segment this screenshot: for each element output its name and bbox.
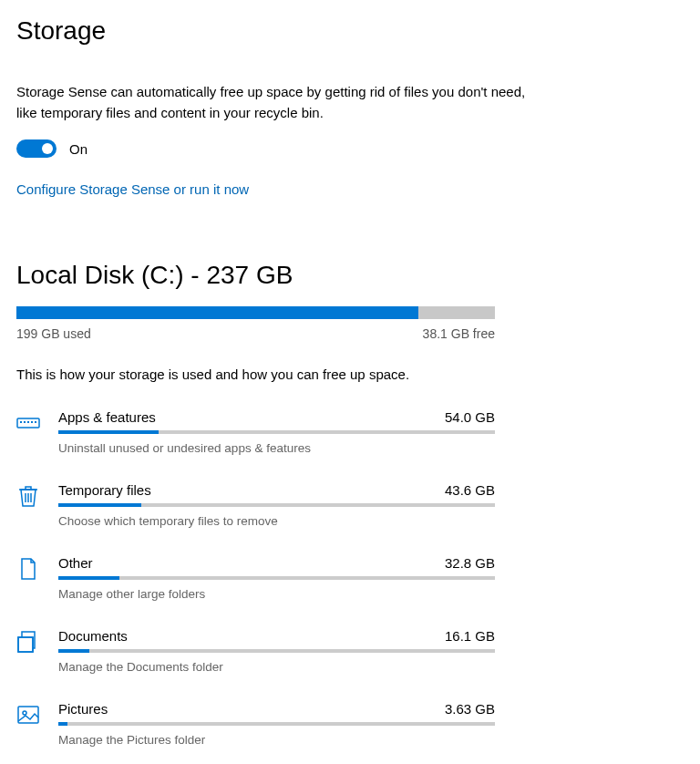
pictures-icon <box>16 703 40 727</box>
category-bar-fill <box>58 649 89 653</box>
category-hint: Choose which temporary files to remove <box>58 514 495 528</box>
disk-usage-labels: 199 GB used 38.1 GB free <box>16 326 495 341</box>
configure-storage-sense-link[interactable]: Configure Storage Sense or run it now <box>16 181 249 197</box>
usage-description: This is how your storage is used and how… <box>16 367 684 382</box>
category-hint: Manage other large folders <box>58 587 495 601</box>
category-hint: Uninstall unused or undesired apps & fea… <box>58 441 495 455</box>
category-size: 54.0 GB <box>445 409 495 425</box>
category-header: Documents16.1 GB <box>58 628 495 644</box>
documents-icon <box>16 630 40 654</box>
category-body: Pictures3.63 GBManage the Pictures folde… <box>58 701 495 747</box>
svg-point-13 <box>23 711 26 715</box>
category-list: Apps & features54.0 GBUninstall unused o… <box>16 409 495 747</box>
category-size: 43.6 GB <box>445 482 495 498</box>
category-body: Temporary files43.6 GBChoose which tempo… <box>58 482 495 528</box>
category-size: 3.63 GB <box>445 701 495 717</box>
disk-title: Local Disk (C:) - 237 GB <box>16 261 684 290</box>
svg-rect-3 <box>27 421 29 423</box>
category-name: Pictures <box>58 701 108 717</box>
category-body: Apps & features54.0 GBUninstall unused o… <box>58 409 495 455</box>
svg-rect-5 <box>35 421 36 423</box>
category-pictures[interactable]: Pictures3.63 GBManage the Pictures folde… <box>16 701 495 747</box>
page-title: Storage <box>16 16 684 46</box>
disk-usage-bar <box>16 306 495 319</box>
category-header: Pictures3.63 GB <box>58 701 495 717</box>
disk-usage-bar-fill <box>16 306 418 319</box>
disk-free-label: 38.1 GB free <box>423 326 495 341</box>
category-header: Other32.8 GB <box>58 555 495 571</box>
disk-used-label: 199 GB used <box>16 326 91 341</box>
svg-rect-1 <box>20 421 22 423</box>
category-trash[interactable]: Temporary files43.6 GBChoose which tempo… <box>16 482 495 528</box>
category-bar <box>58 576 495 580</box>
category-documents[interactable]: Documents16.1 GBManage the Documents fol… <box>16 628 495 674</box>
apps-icon <box>16 411 40 435</box>
category-bar <box>58 503 495 507</box>
category-bar-fill <box>58 503 141 507</box>
category-hint: Manage the Documents folder <box>58 660 495 674</box>
svg-rect-2 <box>24 421 26 423</box>
svg-rect-4 <box>31 421 33 423</box>
storage-sense-description: Storage Sense can automatically free up … <box>16 82 527 123</box>
category-bar <box>58 722 495 726</box>
other-icon <box>16 557 40 581</box>
category-name: Other <box>58 555 93 571</box>
category-bar <box>58 649 495 653</box>
category-apps[interactable]: Apps & features54.0 GBUninstall unused o… <box>16 409 495 455</box>
trash-icon <box>16 484 40 508</box>
category-size: 32.8 GB <box>445 555 495 571</box>
storage-sense-toggle-row: On <box>16 139 684 158</box>
category-bar <box>58 430 495 434</box>
storage-sense-toggle[interactable] <box>16 139 57 158</box>
category-other[interactable]: Other32.8 GBManage other large folders <box>16 555 495 601</box>
category-header: Apps & features54.0 GB <box>58 409 495 425</box>
storage-sense-toggle-label: On <box>69 141 88 157</box>
category-name: Temporary files <box>58 482 151 498</box>
category-name: Apps & features <box>58 409 156 425</box>
category-size: 16.1 GB <box>445 628 495 644</box>
category-name: Documents <box>58 628 128 644</box>
category-hint: Manage the Pictures folder <box>58 733 495 747</box>
category-bar-fill <box>58 722 67 726</box>
category-bar-fill <box>58 576 119 580</box>
category-body: Documents16.1 GBManage the Documents fol… <box>58 628 495 674</box>
category-bar-fill <box>58 430 159 434</box>
category-body: Other32.8 GBManage other large folders <box>58 555 495 601</box>
category-header: Temporary files43.6 GB <box>58 482 495 498</box>
svg-rect-10 <box>18 637 33 652</box>
